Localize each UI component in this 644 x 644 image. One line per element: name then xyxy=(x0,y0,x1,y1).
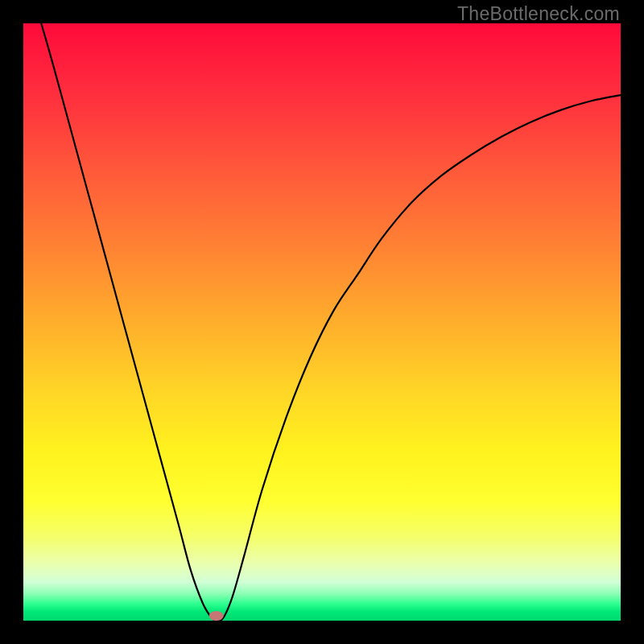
chart-background xyxy=(23,23,621,621)
chart-svg xyxy=(23,23,621,621)
watermark-text: TheBottleneck.com xyxy=(457,3,620,25)
minimum-marker xyxy=(209,611,224,621)
chart-frame xyxy=(23,23,621,621)
